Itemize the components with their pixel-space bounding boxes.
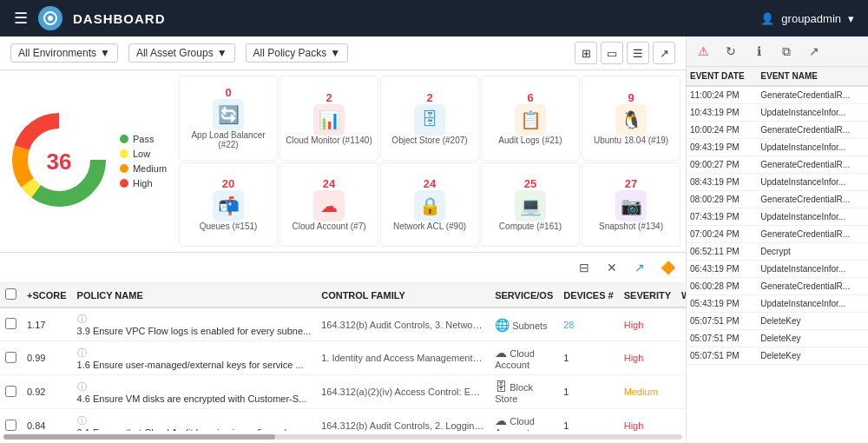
asset-card-9[interactable]: 27📷Snapshot (#134): [582, 162, 681, 248]
filter-asset-groups-label: All Asset Groups: [136, 47, 214, 59]
asset-label-4: Ubuntu 18.04 (#19): [594, 136, 668, 145]
header: ☰ DASHBOARD 👤 groupadmin ▾: [0, 0, 868, 36]
legend-pass: Pass: [120, 134, 167, 144]
filter-icon: ▼: [330, 47, 340, 59]
dashboard-top: 36 Pass Low M: [0, 70, 686, 253]
filter-environments[interactable]: All Environments ▼: [10, 43, 118, 63]
devices-link-0[interactable]: 28: [563, 320, 574, 330]
events-header-row: EVENT DATE EVENT NAME: [687, 67, 868, 86]
info-icon-3[interactable]: ⓘ: [77, 415, 87, 426]
event-row: 10:43:19 PM UpdateInstanceInfor...: [687, 104, 868, 122]
asset-card-1[interactable]: 2📊Cloud Monitor (#1140): [279, 76, 378, 161]
asset-icon-0: 🔄: [213, 99, 244, 130]
asset-card-5[interactable]: 20📬Queues (#151): [179, 162, 278, 248]
select-all-checkbox[interactable]: [5, 288, 16, 300]
devices-link-3[interactable]: 1: [563, 420, 569, 431]
username: groupadmin: [781, 12, 841, 25]
toolbar-export-button[interactable]: ↗: [628, 256, 651, 279]
asset-card-7[interactable]: 24🔒Network ACL (#90): [380, 162, 479, 248]
table-view-button[interactable]: ☰: [627, 42, 649, 64]
event-row: 08:00:29 PM GenerateCredentialR...: [687, 191, 868, 208]
event-row: 06:52:11 PM Decrypt: [687, 243, 868, 261]
row-checkbox-3: [0, 409, 22, 432]
asset-card-0[interactable]: 0🔄App Load Balancer (#22): [179, 76, 278, 161]
event-date-11: 06:00:28 PM: [687, 278, 757, 295]
info-icon[interactable]: ℹ: [747, 40, 770, 63]
table-row: 0.99 ⓘ 1.6 Ensure user-managed/external …: [0, 341, 686, 375]
event-date-2: 10:00:24 PM: [687, 122, 757, 139]
event-name-13: DeleteKey: [757, 313, 868, 330]
asset-label-9: Snapshot (#134): [599, 222, 663, 231]
list-view-button[interactable]: ▭: [601, 42, 623, 64]
devices-link-2[interactable]: 1: [563, 387, 569, 397]
asset-count-3: 6: [527, 91, 533, 104]
info-icon-2[interactable]: ⓘ: [77, 381, 87, 392]
donut-count: 36: [46, 148, 71, 175]
expand-icon[interactable]: ↗: [803, 40, 825, 63]
row-score-0: 1.17: [22, 307, 72, 341]
row-service-1: ☁Cloud Account: [490, 341, 558, 375]
table-row: 0.84 ⓘ 2.1 Ensure that Cloud Audit Loggi…: [0, 409, 686, 432]
alert-icon[interactable]: ⚠: [692, 40, 714, 63]
donut-center: 36: [46, 148, 71, 175]
event-name-1: UpdateInstanceInfor...: [757, 104, 868, 122]
asset-icon-1: 📊: [313, 104, 345, 136]
event-name-8: GenerateCredentialR...: [757, 226, 868, 243]
row-select-1[interactable]: [5, 352, 16, 363]
asset-card-3[interactable]: 6📋Audit Logs (#21): [481, 76, 580, 161]
event-date-5: 08:43:19 PM: [687, 174, 757, 191]
col-event-date: EVENT DATE: [687, 67, 757, 86]
info-icon-0[interactable]: ⓘ: [77, 314, 87, 324]
refresh-icon[interactable]: ↻: [720, 40, 742, 63]
asset-grid: 0🔄App Load Balancer (#22)2📊Cloud Monitor…: [174, 70, 686, 252]
row-select-2[interactable]: [5, 386, 16, 397]
toolbar-delete-button[interactable]: ✕: [601, 256, 623, 279]
row-control-0: 164.312(b) Audit Controls, 3. Networking…: [316, 307, 490, 341]
copy-icon[interactable]: ⧉: [775, 40, 798, 63]
event-date-6: 08:00:29 PM: [687, 191, 757, 208]
legend-dot-pass: [120, 135, 128, 143]
row-score-3: 0.84: [22, 409, 72, 432]
hamburger-menu[interactable]: ☰: [14, 9, 28, 28]
row-severity-1: High: [619, 341, 676, 375]
legend-dot-medium: [120, 164, 128, 173]
row-w-2: [676, 375, 686, 409]
col-policy-name: POLICY NAME: [72, 283, 317, 307]
asset-label-6: Cloud Account (#7): [292, 222, 365, 231]
asset-icon-4: 🐧: [615, 104, 647, 136]
row-select-3[interactable]: [5, 420, 16, 431]
user-menu[interactable]: 👤 groupadmin ▾: [760, 12, 854, 25]
row-control-2: 164.312(a)(2)(iv) Access Control: Encryp…: [316, 375, 490, 409]
legend-label-low: Low: [133, 149, 150, 159]
grid-view-button[interactable]: ⊞: [575, 42, 597, 64]
events-sidebar: ⚠ ↻ ℹ ⧉ ↗ EVENT DATE EVENT NAME 11:00:24…: [686, 36, 868, 443]
event-name-11: GenerateCredentialR...: [757, 278, 868, 295]
svg-point-1: [48, 16, 53, 21]
row-devices-2: 1: [558, 375, 618, 409]
asset-card-8[interactable]: 25💻Compute (#161): [481, 162, 580, 248]
policy-name-3: 2.1 Ensure that Cloud Audit Logging is c…: [77, 427, 303, 432]
filter-asset-groups[interactable]: All Asset Groups ▼: [128, 43, 235, 63]
asset-icon-7: 🔒: [414, 190, 445, 222]
event-name-15: DeleteKey: [757, 347, 868, 365]
row-select-0[interactable]: [5, 318, 16, 329]
filter-icon: ▼: [100, 47, 110, 59]
asset-icon-2: 🗄: [414, 104, 445, 136]
horizontal-scroll: [3, 434, 682, 440]
info-icon-1[interactable]: ⓘ: [77, 347, 87, 358]
asset-icon-8: 💻: [515, 190, 546, 222]
filter-policy-packs[interactable]: All Policy Packs ▼: [246, 43, 349, 63]
col-service: SERVICE/OS: [490, 283, 558, 307]
toolbar-columns-button[interactable]: ⊟: [573, 256, 595, 279]
asset-label-8: Compute (#161): [499, 222, 562, 231]
asset-card-2[interactable]: 2🗄Object Store (#207): [380, 76, 479, 161]
devices-link-1[interactable]: 1: [563, 353, 569, 363]
asset-card-6[interactable]: 24☁Cloud Account (#7): [279, 162, 378, 248]
logo: [38, 6, 62, 30]
asset-card-4[interactable]: 9🐧Ubuntu 18.04 (#19): [582, 76, 681, 161]
event-name-3: UpdateInstanceInfor...: [757, 139, 868, 156]
asset-icon-3: 📋: [515, 104, 546, 136]
asset-label-7: Network ACL (#90): [393, 222, 466, 231]
export-button[interactable]: ↗: [653, 42, 675, 64]
toolbar-alert-button[interactable]: 🔶: [656, 256, 679, 279]
